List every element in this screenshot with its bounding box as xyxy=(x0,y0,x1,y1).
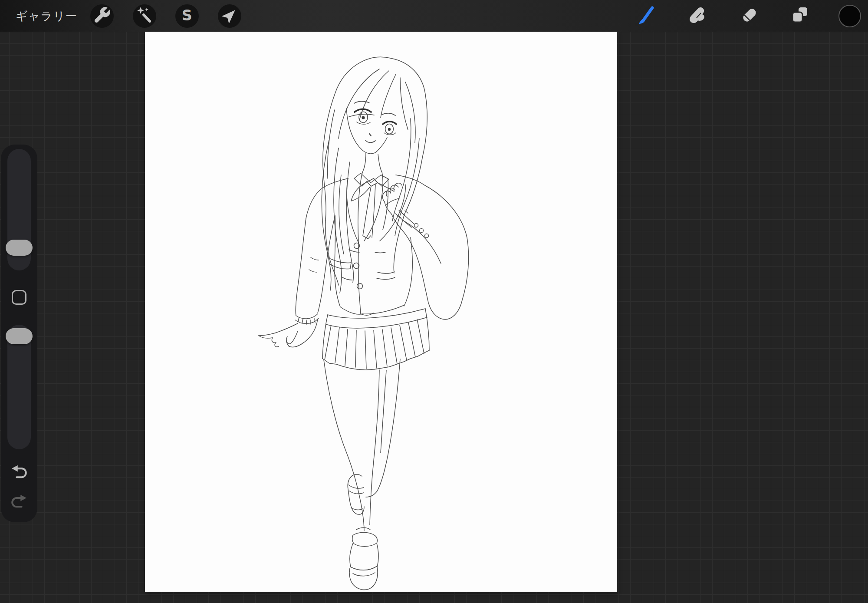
undo-arrow-icon xyxy=(10,463,28,483)
brush-tool-button[interactable] xyxy=(636,6,657,26)
procreate-workspace: ギャラリー S xyxy=(0,0,868,603)
opacity-slider-handle[interactable] xyxy=(6,328,33,344)
actions-button[interactable] xyxy=(90,4,114,28)
gallery-button[interactable]: ギャラリー xyxy=(16,0,78,32)
paint-brush-icon xyxy=(636,5,657,27)
lineart-sketch-schoolgirl xyxy=(145,32,617,592)
modify-button[interactable] xyxy=(12,290,26,305)
redo-arrow-icon xyxy=(10,493,28,513)
brush-size-slider-handle[interactable] xyxy=(6,240,33,256)
undo-button[interactable] xyxy=(10,464,29,483)
active-color-swatch[interactable] xyxy=(838,5,861,27)
smudge-tool-button[interactable] xyxy=(687,6,707,26)
selection-s-icon: S xyxy=(178,6,197,26)
top-toolbar: ギャラリー S xyxy=(0,0,868,32)
adjustments-button[interactable] xyxy=(133,4,156,28)
transform-arrow-icon xyxy=(220,6,239,26)
redo-button[interactable] xyxy=(10,493,29,512)
layers-icon xyxy=(789,5,810,27)
transform-button[interactable] xyxy=(218,4,241,28)
selection-button[interactable]: S xyxy=(175,4,199,28)
drawing-canvas[interactable] xyxy=(145,32,617,592)
brush-sidebar xyxy=(1,145,37,522)
eraser-icon xyxy=(739,5,760,27)
svg-text:S: S xyxy=(182,7,192,24)
smudge-finger-icon xyxy=(687,5,707,27)
eraser-tool-button[interactable] xyxy=(739,6,760,26)
magic-wand-icon xyxy=(135,6,154,26)
layers-button[interactable] xyxy=(789,6,810,26)
wrench-icon xyxy=(92,6,112,26)
